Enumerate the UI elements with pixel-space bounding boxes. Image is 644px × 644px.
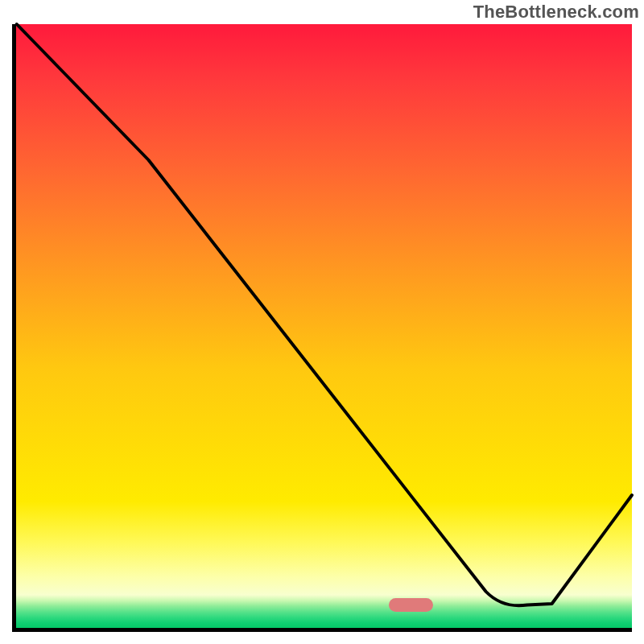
bottleneck-curve (16, 24, 632, 628)
plot-area (12, 24, 632, 632)
optimal-marker (389, 598, 433, 612)
chart-container: TheBottleneck.com (0, 0, 644, 644)
watermark-text: TheBottleneck.com (473, 2, 639, 23)
